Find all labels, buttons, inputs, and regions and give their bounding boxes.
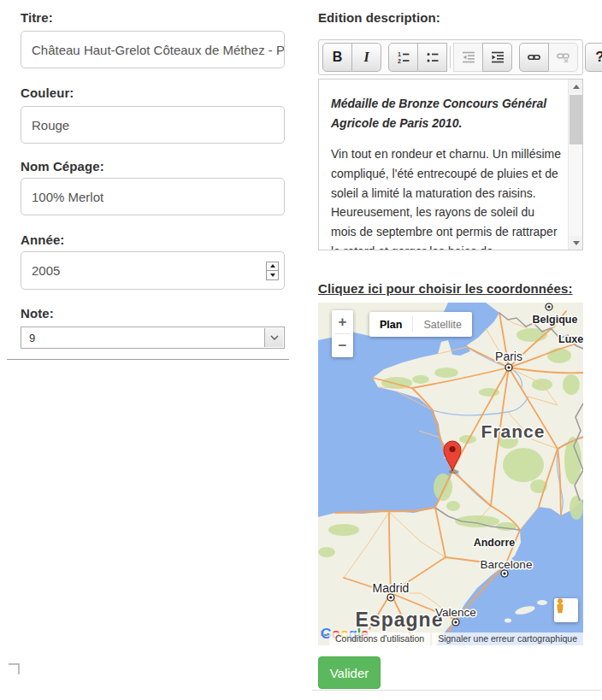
italic-icon: I xyxy=(363,50,369,65)
annee-input[interactable]: 2005 xyxy=(21,251,285,290)
report-error-link[interactable]: Signaler une erreur cartographique xyxy=(432,632,583,645)
map-label-france: France xyxy=(481,421,546,441)
titre-input[interactable]: Château Haut-Grelot Côteaux de Méthez - … xyxy=(21,31,285,68)
link-button[interactable] xyxy=(519,43,549,72)
left-section-divider xyxy=(7,359,289,360)
scroll-up-button[interactable] xyxy=(569,79,583,93)
zoom-in-button[interactable]: + xyxy=(332,310,353,333)
titre-label: Titre: xyxy=(21,10,53,25)
note-select[interactable]: 9 xyxy=(21,326,285,349)
map-graphic: Belgique Luxemb Paris France Andorre Bar… xyxy=(318,303,583,645)
bottom-divider xyxy=(312,690,601,691)
city-icon-valence xyxy=(452,619,459,626)
map-attribution: Conditions d'utilisation Signaler une er… xyxy=(329,632,583,645)
help-icon: ? xyxy=(595,49,602,66)
pegman-control[interactable] xyxy=(554,598,578,622)
map-type-plan[interactable]: Plan xyxy=(369,312,412,337)
map-label-valence: Valence xyxy=(435,606,476,619)
outdent-icon xyxy=(463,51,475,63)
unlink-icon xyxy=(557,51,570,63)
toolbar-group-lists: 1 2 xyxy=(388,43,512,72)
zoom-out-button[interactable]: − xyxy=(332,334,353,357)
pegman-icon xyxy=(554,598,566,614)
map-label-andorre: Andorre xyxy=(474,537,516,549)
italic-button[interactable]: I xyxy=(351,43,381,72)
editor-text[interactable]: Médaille de Bronze Concours Général Agri… xyxy=(319,79,568,250)
toolbar-group-links xyxy=(519,43,578,72)
select-arrow-button[interactable] xyxy=(264,328,283,347)
unordered-list-button[interactable] xyxy=(417,43,447,72)
ordered-list-icon: 1 2 xyxy=(398,51,410,63)
outdent-button[interactable] xyxy=(453,43,483,72)
terms-link[interactable]: Conditions d'utilisation xyxy=(329,632,430,645)
triangle-down-icon xyxy=(270,274,275,277)
map-type-satellite[interactable]: Satellite xyxy=(413,312,471,337)
couleur-label: Couleur: xyxy=(21,85,74,100)
annee-spinner xyxy=(266,262,279,280)
cepage-label: Nom Cépage: xyxy=(21,159,104,174)
couleur-input[interactable]: Rouge xyxy=(21,106,285,144)
triangle-up-icon xyxy=(270,264,275,268)
corner-artifact xyxy=(9,663,20,674)
toolbar-group-format: B I xyxy=(322,43,381,72)
editor-label: Edition description: xyxy=(318,10,440,25)
toolbar-separator xyxy=(450,46,451,68)
map-label-barcelone: Barcelone xyxy=(481,558,533,571)
ordered-list-button[interactable]: 1 2 xyxy=(388,43,418,72)
svg-text:2: 2 xyxy=(398,58,401,64)
city-icon-madrid xyxy=(387,594,394,601)
map-label-belgique: Belgique xyxy=(533,314,578,326)
note-label: Note: xyxy=(21,306,54,321)
cepage-input[interactable]: 100% Merlot xyxy=(21,178,285,215)
map-zoom-control: + − xyxy=(332,310,353,357)
link-icon xyxy=(528,51,540,63)
map-label-paris: Paris xyxy=(495,350,522,363)
editor-paragraph-highlight: Médaille de Bronze Concours Général Agri… xyxy=(331,94,563,132)
map-label: Cliquez ici pour choisir les coordonnées… xyxy=(318,281,573,296)
help-button[interactable]: ? xyxy=(585,43,602,72)
scroll-down-button[interactable] xyxy=(569,236,583,250)
editor-paragraph-body: Vin tout en rondeur et charnu. Un millés… xyxy=(331,144,563,250)
unordered-list-icon xyxy=(427,51,439,63)
city-icon-paris xyxy=(505,364,512,371)
bold-icon: B xyxy=(333,50,343,65)
scroll-up-icon xyxy=(573,85,580,89)
unlink-button[interactable] xyxy=(548,43,578,72)
annee-label: Année: xyxy=(21,232,64,247)
scroll-down-icon xyxy=(573,241,580,245)
scrollbar-thumb[interactable] xyxy=(570,95,582,144)
indent-button[interactable] xyxy=(482,43,512,72)
map-label-luxem: Luxemb xyxy=(558,333,583,345)
editor-toolbar: B I 1 2 xyxy=(318,39,583,75)
editor-scrollbar[interactable] xyxy=(568,79,582,250)
spinner-down-button[interactable] xyxy=(267,270,278,279)
svg-text:1: 1 xyxy=(398,51,401,57)
city-icon-belgique xyxy=(546,303,552,310)
map-label-madrid: Madrid xyxy=(373,581,410,595)
map-type-control: Plan Satellite xyxy=(369,312,472,337)
editor-content-area[interactable]: Médaille de Bronze Concours Général Agri… xyxy=(318,79,583,250)
chevron-down-icon xyxy=(270,335,279,340)
valider-button[interactable]: Valider xyxy=(318,656,381,689)
note-select-value: 9 xyxy=(29,332,35,344)
spinner-up-button[interactable] xyxy=(267,262,278,271)
annee-field: 2005 xyxy=(21,251,285,290)
map-canvas[interactable]: Belgique Luxemb Paris France Andorre Bar… xyxy=(318,303,583,645)
bold-button[interactable]: B xyxy=(322,43,352,72)
city-icon-barcelone xyxy=(501,570,508,577)
toolbar-group-help: ? xyxy=(585,43,602,72)
indent-icon xyxy=(492,51,504,63)
